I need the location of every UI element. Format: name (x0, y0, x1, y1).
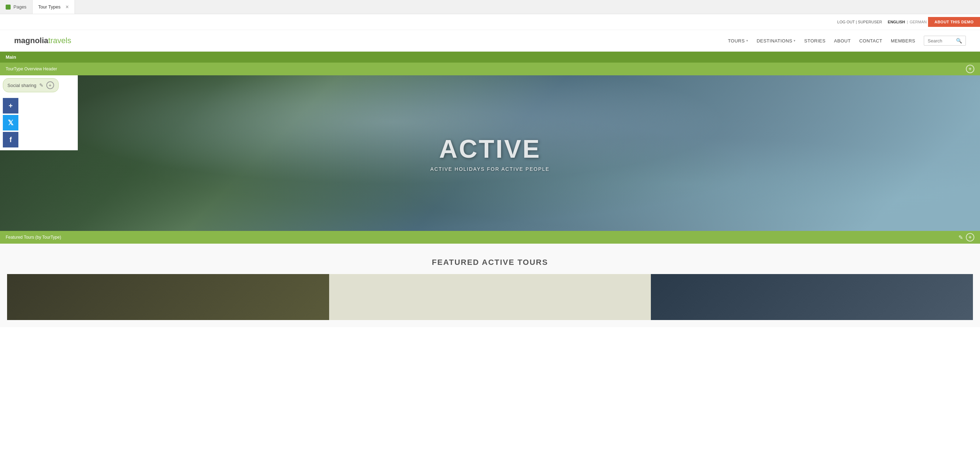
language-switcher[interactable]: ENGLISH | GERMAN (888, 20, 927, 24)
featured-title: FEATURED ACTIVE TOURS (7, 258, 973, 267)
hero-subtitle: ACTIVE HOLIDAYS FOR ACTIVE PEOPLE (430, 166, 549, 172)
social-icons-list: + 𝕏 f (0, 95, 78, 150)
logout-text[interactable]: LOG OUT | SUPERUSER (837, 20, 882, 24)
cms-section-header-label: TourType Overview Header (6, 67, 57, 72)
logo: magnoliatravels (14, 36, 71, 45)
nav-destinations[interactable]: DESTINATIONS ▾ (757, 38, 796, 43)
social-twitter-button[interactable]: 𝕏 (3, 115, 18, 131)
browser-tabs: Pages Tour Types × (0, 0, 980, 14)
nav-members[interactable]: MEMBERS (891, 38, 915, 43)
lang-separator: | (907, 20, 908, 24)
social-edit-button[interactable]: ✎ (39, 82, 43, 88)
chevron-down-icon: ▾ (794, 39, 796, 42)
nav-stories[interactable]: STORIES (804, 38, 826, 43)
featured-card-left (7, 274, 329, 320)
logo-magnolia: magnolia (14, 36, 48, 45)
tab-pages[interactable]: Pages (0, 0, 32, 14)
featured-card-middle (329, 274, 651, 320)
social-facebook-button[interactable]: f (3, 132, 18, 147)
cms-featured-edit-button[interactable]: ✎ (958, 234, 963, 241)
main-nav: TOURS ▾ DESTINATIONS ▾ STORIES ABOUT CON… (728, 36, 966, 46)
cms-featured-add-button[interactable]: + (966, 233, 974, 242)
social-sharing-bar: Social sharing ✎ + (3, 78, 59, 92)
hero-background: ACTIVE ACTIVE HOLIDAYS FOR ACTIVE PEOPLE (0, 75, 980, 231)
tab-pages-label: Pages (13, 4, 27, 10)
chevron-down-icon: ▾ (746, 39, 748, 42)
hero-title: ACTIVE (439, 134, 541, 163)
tab-tour-types-label: Tour Types (38, 4, 60, 10)
close-icon[interactable]: × (65, 4, 68, 10)
cms-featured-bar: Featured Tours (by TourType) ✎ + (0, 231, 980, 244)
cms-main-bar: Main (0, 52, 980, 62)
nav-contact[interactable]: CONTACT (859, 38, 882, 43)
search-input[interactable] (928, 38, 956, 43)
featured-section: FEATURED ACTIVE TOURS (0, 244, 980, 327)
nav-tours[interactable]: TOURS ▾ (728, 38, 748, 43)
search-box[interactable]: 🔍 (924, 36, 966, 46)
lang-english[interactable]: ENGLISH (888, 20, 905, 24)
cms-add-section-button[interactable]: + (966, 65, 974, 73)
tab-tour-types[interactable]: Tour Types × (32, 0, 75, 14)
cms-main-label: Main (6, 54, 16, 60)
lang-german[interactable]: GERMAN (910, 20, 927, 24)
featured-card-right (651, 274, 973, 320)
cms-featured-label: Featured Tours (by TourType) (6, 235, 61, 240)
social-sharing-label: Social sharing (8, 83, 37, 88)
pages-icon (6, 5, 11, 10)
cms-section-header-bar: TourType Overview Header + (0, 62, 980, 75)
site-header: magnoliatravels TOURS ▾ DESTINATIONS ▾ S… (0, 30, 980, 52)
social-sharing-component: Social sharing ✎ + + 𝕏 f (0, 75, 78, 150)
social-add-button[interactable]: + (46, 81, 54, 89)
hero-section: ACTIVE ACTIVE HOLIDAYS FOR ACTIVE PEOPLE… (0, 75, 980, 231)
social-share-button[interactable]: + (3, 98, 18, 113)
nav-about[interactable]: ABOUT (834, 38, 851, 43)
admin-bar: LOG OUT | SUPERUSER ENGLISH | GERMAN ABO… (0, 14, 980, 30)
logo-travels: travels (48, 36, 72, 45)
search-icon[interactable]: 🔍 (956, 38, 962, 43)
about-demo-button[interactable]: ABOUT THIS DEMO (928, 17, 980, 27)
featured-cards (7, 274, 973, 320)
cms-featured-actions: ✎ + (958, 233, 974, 242)
